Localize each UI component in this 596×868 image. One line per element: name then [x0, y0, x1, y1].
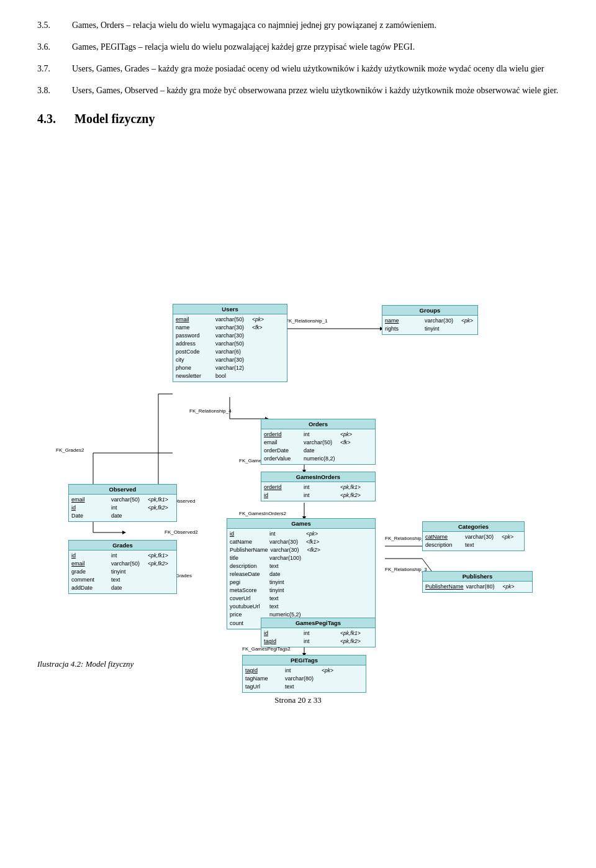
table-row: id int <pk,fk1> [264, 629, 372, 637]
table-row: email varchar(50) <fk> [264, 439, 372, 447]
table-row: address varchar(50) [176, 340, 284, 348]
svg-text:FK_Relationship_2: FK_Relationship_2 [385, 536, 427, 541]
table-games: Games id int <pk> catName varchar(30) <f… [227, 518, 376, 629]
table-orders: Orders orderId int <pk> email varchar(50… [261, 419, 376, 465]
table-groups-body: name varchar(30) <pk> rights tinyint [382, 316, 477, 334]
table-users-header: Users [173, 304, 287, 314]
table-orders-body: orderId int <pk> email varchar(50) <fk> … [261, 429, 375, 464]
table-row: postCode varchar(6) [176, 348, 284, 356]
table-categories-body: catName varchar(30) <pk> description tex… [423, 532, 524, 550]
table-row: email varchar(50) <pk,fk2> [71, 560, 174, 568]
table-row: rights tinyint [385, 325, 475, 333]
er-diagram: FK_Grades2 FK_Relationship_1 FK_Relation… [37, 136, 559, 646]
table-orders-header: Orders [261, 419, 375, 429]
section-text-3-6: Games, PEGITags – relacja wielu do wielu… [72, 42, 415, 52]
table-pegitags-header: PEGITags [243, 656, 366, 665]
table-row: orderId int <pk> [264, 431, 372, 439]
table-row: coverUrl text [230, 595, 372, 603]
section-num-3-7: 3.7. [37, 64, 50, 73]
table-pegitags: PEGITags tagId int <pk> tagName varchar(… [242, 655, 366, 693]
chapter-title: Model fizyczny [74, 112, 155, 126]
table-row: orderId int <pk,fk1> [264, 483, 372, 491]
table-gamesinorders: GamesInOrders orderId int <pk,fk1> id in… [261, 472, 376, 501]
table-row: youtubueUrl text [230, 603, 372, 611]
table-row: pegi tinyint [230, 578, 372, 587]
svg-text:FK_Grades2: FK_Grades2 [56, 447, 84, 453]
table-publishers-body: PublisherName varchar(80) <pk> [423, 582, 532, 592]
section-num-3-8: 3.8. [37, 86, 50, 95]
table-row: tagUrl text [245, 683, 363, 691]
table-row: metaScore tinyint [230, 587, 372, 595]
svg-text:FK_GamesInOrders2: FK_GamesInOrders2 [239, 511, 287, 516]
table-gamespegitags-header: GamesPegiTags [261, 618, 375, 628]
table-grades-header: Grades [69, 541, 176, 550]
page-footer: Strona 20 z 33 [37, 695, 559, 705]
section-text-3-5: Games, Orders – relacja wielu do wielu w… [72, 21, 436, 30]
table-row: password varchar(30) [176, 332, 284, 340]
table-row: id int <pk> [230, 530, 372, 538]
section-3-6: 3.6. Games, PEGITags – relacja wielu do … [37, 40, 559, 53]
svg-text:FK_Observed2: FK_Observed2 [165, 529, 198, 535]
table-grades: Grades id int <pk,fk1> email varchar(50)… [68, 540, 177, 594]
table-games-body: id int <pk> catName varchar(30) <fk1> Pu… [227, 529, 375, 629]
table-row: Date date [71, 512, 174, 520]
table-users: Users email varchar(50) <pk> name varcha… [173, 304, 287, 382]
table-pegitags-body: tagId int <pk> tagName varchar(80) tagUr… [243, 665, 366, 692]
table-row: name varchar(30) <pk> [385, 317, 475, 325]
section-text-3-7: Users, Games, Grades – każdy gra może po… [72, 64, 544, 73]
section-3-5: 3.5. Games, Orders – relacja wielu do wi… [37, 19, 559, 32]
table-gamesinorders-body: orderId int <pk,fk1> id int <pk,fk2> [261, 482, 375, 501]
table-publishers-header: Publishers [423, 572, 532, 582]
table-row: PublisherName varchar(80) <pk> [425, 583, 530, 591]
table-games-header: Games [227, 519, 375, 529]
table-gamespegitags: GamesPegiTags id int <pk,fk1> tagId int … [261, 618, 376, 647]
table-row: tagId int <pk> [245, 667, 363, 675]
table-grades-body: id int <pk,fk1> email varchar(50) <pk,fk… [69, 550, 176, 593]
chapter-num: 4.3. [37, 112, 56, 126]
table-observed: Observed email varchar(50) <pk,fk1> id i… [68, 484, 177, 522]
table-row: catName varchar(30) <pk> [425, 533, 522, 541]
table-row: tagName varchar(80) [245, 675, 363, 683]
table-row: description text [230, 562, 372, 570]
table-row: addDate date [71, 584, 174, 592]
table-gamespegitags-body: id int <pk,fk1> tagId int <pk,fk2> [261, 628, 375, 647]
table-row: city varchar(30) [176, 356, 284, 364]
svg-text:FK_Relationship_4: FK_Relationship_4 [189, 408, 232, 414]
svg-text:FK_Relationship_3: FK_Relationship_3 [385, 567, 427, 572]
table-row: name varchar(30) <fk> [176, 324, 284, 332]
table-row: catName varchar(30) <fk1> [230, 538, 372, 546]
table-observed-body: email varchar(50) <pk,fk1> id int <pk,fk… [69, 495, 176, 521]
table-gamesinorders-header: GamesInOrders [261, 472, 375, 482]
table-row: orderValue numeric(8,2) [264, 455, 372, 463]
table-users-body: email varchar(50) <pk> name varchar(30) … [173, 314, 287, 381]
table-row: title varchar(100) [230, 554, 372, 562]
table-row: newsletter bool [176, 372, 284, 380]
table-row: tagId int <pk,fk2> [264, 637, 372, 646]
table-row: grade tinyint [71, 568, 174, 576]
section-num-3-6: 3.6. [37, 42, 50, 52]
table-categories-header: Categories [423, 522, 524, 532]
table-categories: Categories catName varchar(30) <pk> desc… [422, 521, 525, 551]
table-row: description text [425, 541, 522, 549]
table-row: email varchar(50) <pk,fk1> [71, 496, 174, 504]
table-row: email varchar(50) <pk> [176, 316, 284, 324]
table-row: PublisherName varchar(30) <fk2> [230, 546, 372, 554]
table-row: id int <pk,fk2> [71, 504, 174, 512]
table-observed-header: Observed [69, 485, 176, 495]
table-row: comment text [71, 576, 174, 584]
table-row: releaseDate date [230, 570, 372, 578]
svg-text:FK_Relationship_1: FK_Relationship_1 [286, 318, 328, 324]
table-row: id int <pk,fk2> [264, 491, 372, 500]
table-row: id int <pk,fk1> [71, 552, 174, 560]
table-row: orderDate date [264, 447, 372, 455]
section-3-7: 3.7. Users, Games, Grades – każdy gra mo… [37, 62, 559, 75]
table-groups-header: Groups [382, 306, 477, 316]
section-text-3-8: Users, Games, Observed – każdy gra może … [72, 86, 558, 95]
section-num-3-5: 3.5. [37, 21, 50, 30]
table-row: phone varchar(12) [176, 364, 284, 372]
section-3-8: 3.8. Users, Games, Observed – każdy gra … [37, 84, 559, 97]
table-publishers: Publishers PublisherName varchar(80) <pk… [422, 571, 533, 593]
table-groups: Groups name varchar(30) <pk> rights tiny… [382, 305, 478, 335]
chapter-heading: 4.3. Model fizyczny [37, 112, 559, 126]
